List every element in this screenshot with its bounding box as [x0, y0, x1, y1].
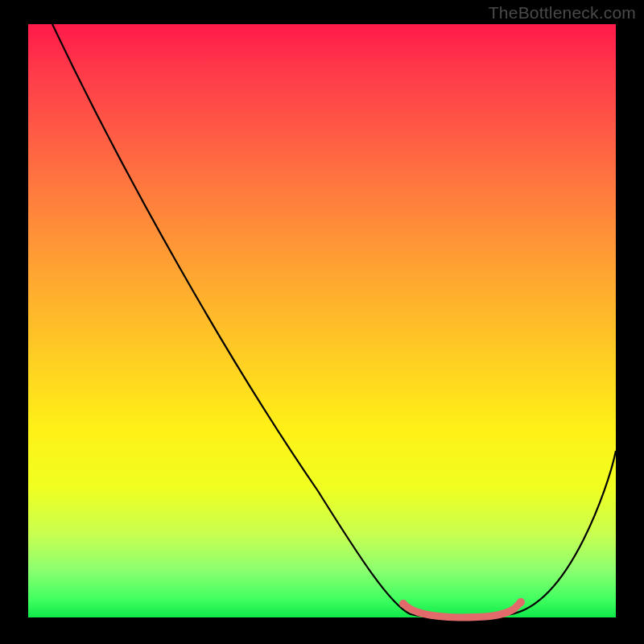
chart-frame: TheBottleneck.com — [0, 0, 644, 644]
highlight-dot-left — [399, 600, 407, 608]
chart-svg — [28, 24, 616, 617]
main-curve — [52, 24, 616, 617]
plot-area — [28, 24, 616, 617]
highlight-segment — [403, 602, 521, 617]
highlight-dot-right — [517, 598, 525, 606]
watermark-text: TheBottleneck.com — [489, 3, 636, 23]
